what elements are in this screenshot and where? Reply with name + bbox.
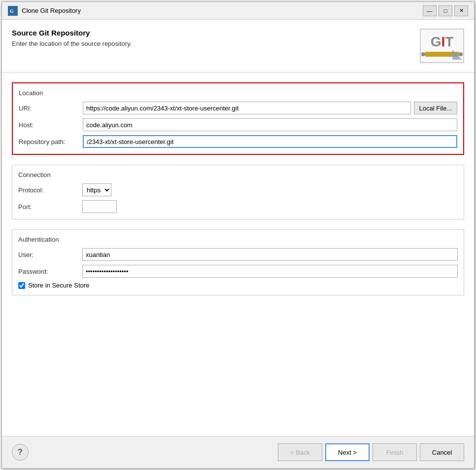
header-text: Source Git Repository Enter the location… (12, 29, 420, 47)
protocol-input-wrap: https http git ssh (82, 183, 458, 196)
back-button[interactable]: < Back (278, 443, 322, 461)
connection-section-label: Connection (18, 171, 458, 179)
cancel-button[interactable]: Cancel (420, 443, 464, 461)
secure-store-row: Store in Secure Store (18, 282, 458, 289)
footer-buttons: < Back Next > Finish Cancel (278, 443, 464, 461)
user-row: User: (18, 248, 458, 261)
password-input[interactable] (82, 265, 458, 278)
content-area: Location URI: Local File... Host: Reposi… (2, 72, 474, 436)
secure-store-checkbox[interactable] (18, 282, 25, 289)
authentication-section: Authentication User: Password: Store in … (12, 229, 464, 295)
password-label: Password: (18, 268, 82, 275)
footer: ? < Back Next > Finish Cancel (2, 436, 474, 468)
finish-button[interactable]: Finish (373, 443, 417, 461)
svg-marker-2 (452, 50, 462, 60)
connection-section: Connection Protocol: https http git ssh … (12, 165, 464, 219)
repo-path-row: Repository path: (19, 135, 457, 148)
user-input-wrap (82, 248, 458, 261)
user-input[interactable] (82, 248, 458, 261)
port-row: Port: (18, 200, 458, 213)
uri-input[interactable] (83, 102, 411, 114)
clone-git-dialog: G Clone Git Repository — □ ✕ Source Git … (1, 1, 475, 469)
password-input-wrap (82, 265, 458, 278)
close-button[interactable]: ✕ (454, 5, 468, 16)
protocol-label: Protocol: (18, 186, 82, 194)
password-row: Password: (18, 265, 458, 278)
git-logo-arrow (452, 50, 462, 61)
minimize-button[interactable]: — (423, 5, 437, 16)
repo-path-input-wrap (83, 135, 457, 148)
header-subtitle: Enter the location of the source reposit… (12, 40, 420, 47)
secure-store-label[interactable]: Store in Secure Store (28, 282, 89, 289)
header-section: Source Git Repository Enter the location… (2, 20, 474, 72)
uri-row: URI: Local File... (19, 102, 457, 114)
host-input-wrap (83, 118, 457, 131)
window-title: Clone Git Repository (22, 7, 81, 14)
title-bar-controls: — □ ✕ (423, 5, 468, 16)
repo-path-input[interactable] (83, 135, 457, 148)
svg-text:G: G (10, 8, 14, 14)
auth-section-label: Authentication (18, 236, 458, 243)
git-logo: GIT (420, 29, 464, 63)
uri-input-wrap: Local File... (83, 102, 457, 114)
next-button[interactable]: Next > (325, 443, 370, 461)
protocol-select[interactable]: https http git ssh (82, 183, 111, 196)
title-bar: G Clone Git Repository — □ ✕ (2, 2, 474, 20)
protocol-row: Protocol: https http git ssh (18, 183, 458, 196)
git-title-icon: G (8, 6, 18, 16)
location-section: Location URI: Local File... Host: Reposi… (12, 82, 464, 155)
host-label: Host: (19, 121, 83, 129)
repo-path-label: Repository path: (19, 138, 83, 145)
footer-left: ? (12, 444, 29, 461)
port-input-wrap (82, 200, 458, 213)
git-logo-t: T (445, 35, 453, 49)
git-logo-g: G (431, 35, 442, 49)
title-bar-left: G Clone Git Repository (8, 6, 81, 16)
git-logo-i: I (441, 35, 445, 49)
user-label: User: (18, 251, 82, 258)
uri-label: URI: (19, 105, 83, 112)
local-file-button[interactable]: Local File... (414, 102, 457, 114)
maximize-button[interactable]: □ (439, 5, 452, 16)
port-input[interactable] (82, 200, 117, 213)
header-title: Source Git Repository (12, 29, 420, 37)
help-button[interactable]: ? (12, 444, 29, 461)
port-label: Port: (18, 203, 82, 211)
host-row: Host: (19, 118, 457, 131)
host-input[interactable] (83, 118, 457, 131)
location-section-label: Location (19, 89, 457, 97)
